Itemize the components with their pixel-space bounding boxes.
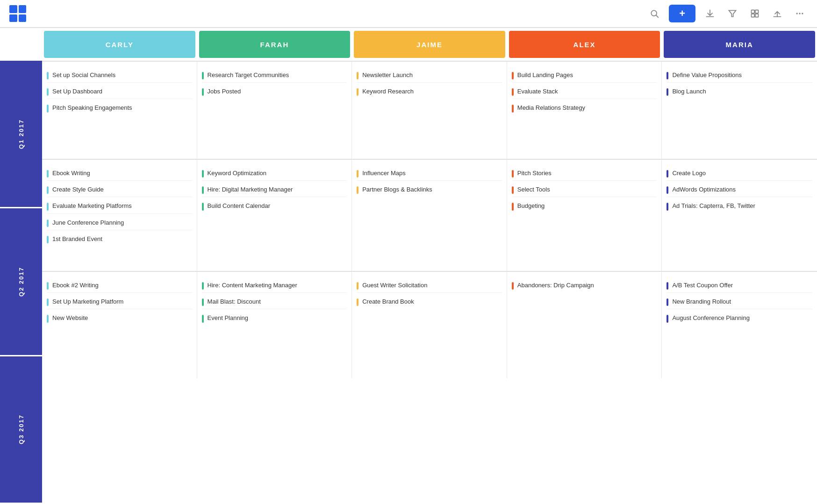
task-item[interactable]: Ebook Writing [47, 166, 192, 181]
task-item[interactable]: Hire: Content Marketing Manager [202, 278, 347, 293]
task-item[interactable]: Ad Trials: Capterra, FB, Twitter [666, 199, 812, 213]
task-bar [47, 298, 49, 306]
task-item[interactable]: Budgeting [512, 199, 657, 213]
task-label: Set Up Dashboard [52, 87, 102, 96]
task-bar [512, 170, 514, 177]
cell-maria-q1: Define Value Propositions Blog Launch [662, 62, 817, 159]
task-item[interactable]: Event Planning [202, 311, 347, 325]
filter-button[interactable] [724, 6, 740, 21]
task-bar [666, 88, 668, 96]
task-bar [47, 88, 49, 96]
task-label: Ebook Writing [52, 169, 90, 177]
task-bar [512, 282, 514, 290]
task-label: Event Planning [208, 314, 248, 322]
cell-alex-q1: Build Landing Pages Evaluate Stack Media… [507, 62, 662, 159]
task-label: Mail Blast: Discount [208, 298, 261, 306]
task-label: Evaluate Stack [517, 87, 558, 96]
task-item[interactable]: Evaluate Stack [512, 85, 657, 99]
task-item[interactable]: Newsletter Launch [357, 68, 502, 83]
download-button[interactable] [702, 6, 718, 21]
task-label: Build Landing Pages [517, 71, 573, 79]
task-item[interactable]: Create Brand Book [357, 295, 502, 309]
task-bar [47, 282, 49, 290]
q2-row: Ebook Writing Create Style Guide Evaluat… [42, 159, 817, 271]
task-bar [47, 236, 49, 243]
task-item[interactable]: Keyword Optimization [202, 166, 347, 181]
task-item[interactable]: Evaluate Marketing Platforms [47, 199, 192, 213]
task-label: Hire: Content Marketing Manager [208, 281, 297, 290]
task-label: A/B Test Coupon Offer [672, 281, 733, 290]
task-item[interactable]: Abandoners: Drip Campaign [512, 278, 657, 292]
main-content: Q1 2017 Q2 2017 Q3 2017 CARLY FARAH JAIM… [0, 28, 817, 504]
task-item[interactable]: Define Value Propositions [666, 68, 812, 83]
task-bar [357, 72, 358, 79]
task-item[interactable]: Media Relations Strategy [512, 101, 657, 115]
task-item[interactable]: Pitch Speaking Engagements [47, 101, 192, 115]
task-item[interactable]: Hire: Digital Marketing Manager [202, 183, 347, 197]
task-item[interactable]: Mail Blast: Discount [202, 295, 347, 309]
task-bar [512, 72, 514, 79]
col-header-maria: MARIA [664, 31, 815, 58]
task-item[interactable]: Pitch Stories [512, 166, 657, 181]
header-actions: + [646, 5, 808, 22]
svg-point-10 [799, 13, 800, 14]
task-item[interactable]: AdWords Optimizations [666, 183, 812, 197]
more-button[interactable] [792, 6, 808, 21]
task-item[interactable]: Influencer Maps [357, 166, 502, 181]
task-item[interactable]: Create Style Guide [47, 183, 192, 197]
task-item[interactable]: Set Up Marketing Platform [47, 295, 192, 309]
task-item[interactable]: Guest Writer Solicitation [357, 278, 502, 293]
q3-label: Q3 2017 [0, 356, 42, 504]
task-item[interactable]: 1st Branded Event [47, 232, 192, 246]
task-item[interactable]: August Conference Planning [666, 311, 812, 325]
task-bar [47, 315, 49, 322]
col-header-farah: FARAH [199, 31, 351, 58]
task-bar [512, 203, 514, 210]
task-item[interactable]: Jobs Posted [202, 85, 347, 99]
task-item[interactable]: Set up Social Channels [47, 68, 192, 83]
task-item[interactable]: Select Tools [512, 183, 657, 197]
task-label: Evaluate Marketing Platforms [52, 202, 132, 210]
task-bar [202, 282, 204, 290]
cell-jaime-q3: Guest Writer Solicitation Create Brand B… [352, 272, 507, 378]
add-icon: + [679, 8, 685, 19]
task-bar [666, 186, 668, 194]
task-bar [202, 88, 204, 96]
task-item[interactable]: New Branding Rollout [666, 295, 812, 309]
cell-farah-q2: Keyword Optimization Hire: Digital Marke… [197, 160, 352, 271]
task-item[interactable]: Keyword Research [357, 85, 502, 99]
task-label: August Conference Planning [672, 314, 750, 322]
task-item[interactable]: Ebook #2 Writing [47, 278, 192, 293]
task-item[interactable]: Build Content Calendar [202, 199, 347, 213]
upload-button[interactable] [769, 6, 785, 21]
task-label: Pitch Stories [517, 169, 552, 177]
search-button[interactable] [646, 6, 662, 21]
svg-rect-5 [755, 10, 759, 14]
task-item[interactable]: June Conference Planning [47, 216, 192, 230]
task-bar [202, 170, 204, 177]
task-label: Blog Launch [672, 87, 706, 96]
task-label: Budgeting [517, 202, 545, 210]
task-bar [47, 170, 49, 177]
add-button[interactable]: + [669, 5, 695, 22]
task-item[interactable]: Blog Launch [666, 85, 812, 99]
logo [9, 5, 26, 22]
task-item[interactable]: Set Up Dashboard [47, 85, 192, 99]
task-item[interactable]: A/B Test Coupon Offer [666, 278, 812, 293]
task-bar [47, 220, 49, 227]
task-label: Jobs Posted [208, 87, 241, 96]
task-item[interactable]: Create Logo [666, 166, 812, 181]
task-item[interactable]: New Website [47, 311, 192, 325]
cell-carly-q3: Ebook #2 Writing Set Up Marketing Platfo… [42, 272, 197, 378]
task-bar [666, 170, 668, 177]
q1-row: Set up Social Channels Set Up Dashboard … [42, 61, 817, 159]
task-item[interactable]: Partner Blogs & Backlinks [357, 183, 502, 197]
cell-maria-q3: A/B Test Coupon Offer New Branding Rollo… [662, 272, 817, 378]
task-bar [357, 170, 358, 177]
task-item[interactable]: Research Target Communities [202, 68, 347, 83]
task-bar [202, 298, 204, 306]
task-label: Research Target Communities [208, 71, 289, 79]
grid-view-button[interactable] [747, 6, 763, 21]
task-label: Influencer Maps [362, 169, 406, 177]
task-item[interactable]: Build Landing Pages [512, 68, 657, 83]
